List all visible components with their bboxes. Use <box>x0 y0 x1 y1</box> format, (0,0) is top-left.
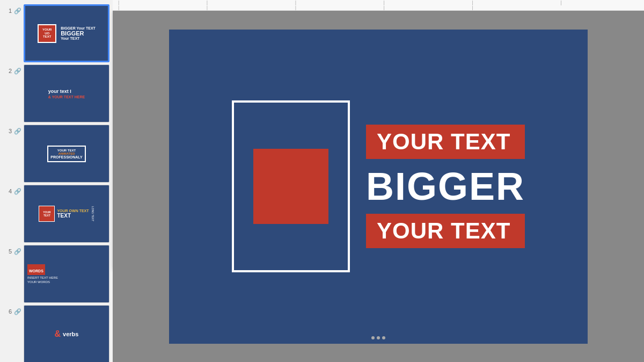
link-icon-3: 🔗 <box>14 125 21 135</box>
slide-num-5: 5 <box>3 245 12 255</box>
slide-num-2: 2 <box>3 64 12 74</box>
thumbnail-wrapper-5: 5 🔗 WORDS INSERT TEXT HERE YOUR WORDS <box>3 245 109 303</box>
slide-bottom-text: YOUR TEXT <box>377 218 510 243</box>
thumbnail-wrapper-6: 6 🔗 & verbs <box>3 305 109 362</box>
slide-bigger-text: BIGGER <box>366 164 525 208</box>
dot-3 <box>382 336 385 339</box>
link-icon-4: 🔗 <box>14 185 21 195</box>
thumb5-red-text: WORDS <box>29 269 43 273</box>
link-icon-6: 🔗 <box>14 305 21 315</box>
thumb1-redbox-text: YOURUOTEXT <box>42 28 52 39</box>
slide-title-text-1: YOUR TEXT <box>377 129 510 154</box>
thumbnail-wrapper-3: 3 🔗 YOUR TEXT ANIMATED PROFESSIONALY <box>3 125 109 183</box>
slide-num-6: 6 <box>3 305 12 315</box>
thumb1-small-text: BIGGER Your TEXT <box>61 26 96 30</box>
thumb2-text2: & YOUR TEXT HERE <box>48 95 85 99</box>
thumbnail-wrapper-4: 4 🔗 YOUR TEXT YOUR OWN TEXT TEXT LONG TE… <box>3 185 109 243</box>
dot-1 <box>371 336 375 339</box>
link-icon-1: 🔗 <box>14 4 21 15</box>
slide-num-3: 3 <box>3 125 12 134</box>
thumb2-text1: your text I <box>48 89 71 94</box>
slide-thumbnail-2[interactable]: your text I & YOUR TEXT HERE <box>24 64 109 122</box>
slide-right-text: YOUR TEXT BIGGER YOUR TEXT <box>366 125 525 248</box>
slide-left-red <box>253 149 328 224</box>
slide-thumbnail-4[interactable]: YOUR TEXT YOUR OWN TEXT TEXT LONG TEXT <box>24 185 109 243</box>
link-icon-2: 🔗 <box>14 64 21 75</box>
link-icon-5: 🔗 <box>14 245 21 255</box>
dot-2 <box>377 336 380 339</box>
slide-bottom-red: YOUR TEXT <box>366 214 525 248</box>
thumbnail-wrapper-2: 2 🔗 your text I & YOUR TEXT HERE <box>3 64 109 122</box>
thumb4-white: TEXT <box>57 213 89 219</box>
thumbnails-panel: 1 🔗 YOURUOTEXT BIGGER Your TEXT BIGGER Y… <box>0 0 113 362</box>
thumb3-t3: PROFESSIONALY <box>50 155 82 159</box>
thumb1-big-text: BIGGER <box>61 30 96 37</box>
thumb6-amp: & <box>55 329 61 339</box>
thumb4-rt2: TEXT <box>43 214 50 217</box>
canvas-area[interactable]: YOUR TEXT BIGGER YOUR TEXT <box>113 11 644 362</box>
thumb6-text: verbs <box>63 331 78 337</box>
slide-thumbnail-6[interactable]: & verbs <box>24 305 109 362</box>
thumb5-t2: YOUR WORDS <box>27 280 50 284</box>
thumb4-yellow: YOUR OWN TEXT <box>57 209 89 213</box>
slide-thumbnail-5[interactable]: WORDS INSERT TEXT HERE YOUR WORDS <box>24 245 109 303</box>
slide-num-4: 4 <box>3 185 12 194</box>
slide-dots <box>371 336 385 339</box>
slide-num-1: 1 <box>3 4 12 14</box>
main-area: | | | | | | | | | | | YOUR TEXT BIGGER Y… <box>113 0 644 362</box>
thumb1-small-text2: Your TEXT <box>61 37 96 40</box>
slide-canvas: YOUR TEXT BIGGER YOUR TEXT <box>169 30 588 344</box>
thumb5-t1: INSERT TEXT HERE <box>27 276 58 279</box>
slide-thumbnail-3[interactable]: YOUR TEXT ANIMATED PROFESSIONALY <box>24 125 109 183</box>
thumbnail-wrapper-1: 1 🔗 YOURUOTEXT BIGGER Your TEXT BIGGER Y… <box>3 4 109 62</box>
slide-thumbnail-1[interactable]: YOURUOTEXT BIGGER Your TEXT BIGGER Your … <box>24 4 109 62</box>
ruler-marks: | | | | | | | | | | | <box>118 0 644 11</box>
slide-content: YOUR TEXT BIGGER YOUR TEXT <box>169 30 588 344</box>
ruler-top: | | | | | | | | | | | <box>113 0 644 11</box>
thumb4-side: LONG TEXT <box>91 206 94 221</box>
slide-title-red-1: YOUR TEXT <box>366 125 525 159</box>
slide-left-decoration <box>232 100 350 272</box>
